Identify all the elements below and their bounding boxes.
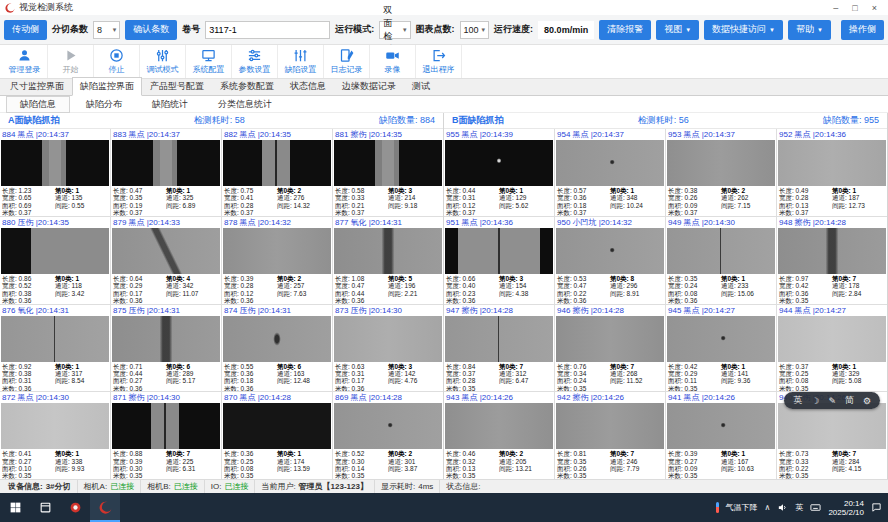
tray-chevron-up-icon[interactable]: ∧ bbox=[765, 503, 771, 512]
defect-cell[interactable]: 878 黑点 |20:14:32长度: 0.39宽度: 0.28面积: 0.12… bbox=[222, 217, 332, 304]
tab-1[interactable]: 尺寸监控界面 bbox=[2, 77, 72, 96]
tab-2[interactable]: 缺陷监控界面 bbox=[72, 77, 142, 96]
ime-settings-gear-icon[interactable]: ⚙ bbox=[863, 396, 871, 406]
toolbar-camera-button[interactable]: 录像 bbox=[370, 45, 416, 78]
defect-cell[interactable]: 879 黑点 |20:14:33长度: 0.64宽度: 0.29面积: 0.17… bbox=[111, 217, 221, 304]
data-access-label: 数据快捷访问 bbox=[712, 23, 766, 36]
defect-cell[interactable]: 881 擦伤 |20:14:35长度: 0.58宽度: 0.33面积: 0.21… bbox=[333, 129, 443, 216]
defect-channel: 通道: 276 bbox=[277, 194, 330, 201]
defect-cell[interactable]: 952 黑点 |20:14:36长度: 0.49宽度: 0.28面积: 0.13… bbox=[777, 129, 887, 216]
help-menu-button[interactable]: 帮助▼ bbox=[788, 20, 831, 40]
action-center-icon[interactable] bbox=[871, 502, 882, 513]
defect-cell[interactable]: 945 黑点 |20:14:27长度: 0.42宽度: 0.29面积: 0.11… bbox=[666, 305, 776, 392]
toolbar-params-button[interactable]: 参数设置 bbox=[232, 45, 278, 78]
toolbar-play-button[interactable]: 开始 bbox=[48, 45, 94, 78]
clear-alarm-button[interactable]: 清除报警 bbox=[599, 20, 651, 40]
maximize-button[interactable]: □ bbox=[852, 3, 857, 13]
defect-meta: 长度: 0.63宽度: 0.31面积: 0.17米数: 0.36第0类: 3通道… bbox=[333, 362, 443, 392]
chart-points-select[interactable]: 100▾ bbox=[460, 21, 490, 39]
defect-cell[interactable]: 880 压伤 |20:14:35长度: 0.86宽度: 0.52面积: 0.38… bbox=[0, 217, 110, 304]
taskbar-app-icon-red[interactable] bbox=[60, 493, 90, 522]
tab-5[interactable]: 状态信息 bbox=[282, 77, 334, 96]
toolbar-log-button[interactable]: 日志记录 bbox=[324, 45, 370, 78]
defect-cell[interactable]: 876 氧化 |20:14:31长度: 0.92宽度: 0.38面积: 0.31… bbox=[0, 305, 110, 392]
defect-panels: A面缺陷抓拍检测耗时: 58缺陷数量: 884884 黑点 |20:14:37长… bbox=[0, 113, 888, 479]
touch-keyboard-icon[interactable] bbox=[810, 502, 821, 513]
io-label: IO: bbox=[211, 482, 222, 491]
close-button[interactable]: × bbox=[872, 3, 877, 13]
view-menu-button[interactable]: 视图▼ bbox=[656, 20, 699, 40]
defect-width: 宽度: 0.42 bbox=[779, 282, 832, 289]
defect-cell[interactable]: 871 擦伤 |20:14:30长度: 0.88宽度: 0.39面积: 0.30… bbox=[111, 392, 221, 479]
drive-side-button[interactable]: 传动侧 bbox=[4, 20, 47, 40]
defect-cell[interactable]: 942 擦伤 |20:14:26长度: 0.81宽度: 0.35面积: 0.26… bbox=[555, 392, 665, 479]
defect-image bbox=[667, 316, 775, 362]
subtab-3[interactable]: 缺陷统计 bbox=[138, 96, 202, 113]
taskbar-clock[interactable]: 20:14 2025/2/10 bbox=[828, 499, 864, 517]
defect-length: 长度: 0.44 bbox=[446, 187, 499, 194]
tab-4[interactable]: 系统参数配置 bbox=[212, 77, 282, 96]
toolbar-stop-button[interactable]: 停止 bbox=[94, 45, 140, 78]
defect-area: 面积: 0.27 bbox=[113, 377, 166, 384]
toolbar-monitor-button[interactable]: 系统配置 bbox=[186, 45, 232, 78]
defect-cell[interactable]: 943 黑点 |20:14:26长度: 0.46宽度: 0.32面积: 0.13… bbox=[444, 392, 554, 479]
confirm-count-button[interactable]: 确认条数 bbox=[125, 20, 177, 40]
weather-text[interactable]: 气温下降 bbox=[726, 502, 758, 513]
ime-lang-button[interactable]: 英 bbox=[793, 394, 802, 407]
defect-meta-left: 长度: 0.41宽度: 0.27面积: 0.10米数: 0.35 bbox=[2, 450, 55, 479]
defect-panel-a: A面缺陷抓拍检测耗时: 58缺陷数量: 884884 黑点 |20:14:37长… bbox=[0, 113, 444, 479]
defect-cell[interactable]: 953 黑点 |20:14:37长度: 0.38宽度: 0.26面积: 0.09… bbox=[666, 129, 776, 216]
defect-cell[interactable]: 877 氧化 |20:14:31长度: 1.08宽度: 0.47面积: 0.44… bbox=[333, 217, 443, 304]
toolbar-exit-button[interactable]: 退出程序 bbox=[416, 45, 462, 78]
defect-width: 宽度: 0.30 bbox=[335, 458, 388, 465]
defect-cell[interactable]: 947 擦伤 |20:14:28长度: 0.84宽度: 0.37面积: 0.28… bbox=[444, 305, 554, 392]
defect-width: 宽度: 0.25 bbox=[779, 370, 832, 377]
toolbar-user-button[interactable]: 管理登录 bbox=[2, 45, 48, 78]
defect-cell[interactable]: 946 擦伤 |20:14:28长度: 0.76宽度: 0.34面积: 0.24… bbox=[555, 305, 665, 392]
defect-gap: 间距: 11.52 bbox=[610, 377, 663, 384]
ime-pen-icon[interactable]: ✎ bbox=[828, 396, 836, 406]
subtab-4[interactable]: 分类信息统计 bbox=[204, 96, 286, 113]
start-button[interactable] bbox=[0, 493, 30, 522]
subtab-2[interactable]: 缺陷分布 bbox=[72, 96, 136, 113]
defect-cell[interactable]: 949 黑点 |20:14:30长度: 0.35宽度: 0.24面积: 0.08… bbox=[666, 217, 776, 304]
task-view-button[interactable] bbox=[30, 493, 60, 522]
defect-cell[interactable]: 944 黑点 |20:14:27长度: 0.37宽度: 0.25面积: 0.08… bbox=[777, 305, 887, 392]
toolbar-debug-button[interactable]: 调试模式 bbox=[140, 45, 186, 78]
ime-moon-icon[interactable]: ☽ bbox=[811, 396, 819, 406]
defect-cell[interactable]: 884 黑点 |20:14:37长度: 1.23宽度: 0.65面积: 0.69… bbox=[0, 129, 110, 216]
defect-cell[interactable]: 948 擦伤 |20:14:28长度: 0.97宽度: 0.42面积: 0.36… bbox=[777, 217, 887, 304]
defect-cell[interactable]: 873 压伤 |20:14:30长度: 0.63宽度: 0.31面积: 0.17… bbox=[333, 305, 443, 392]
tab-6[interactable]: 边缘数据记录 bbox=[334, 77, 404, 96]
defect-cell[interactable]: 872 黑点 |20:14:30长度: 0.41宽度: 0.27面积: 0.10… bbox=[0, 392, 110, 479]
defect-cell[interactable]: 882 黑点 |20:14:35长度: 0.75宽度: 0.41面积: 0.28… bbox=[222, 129, 332, 216]
defect-cell[interactable]: 883 黑点 |20:14:37长度: 0.47宽度: 0.35面积: 0.19… bbox=[111, 129, 221, 216]
defect-cell[interactable]: 955 黑点 |20:14:39长度: 0.44宽度: 0.31面积: 0.12… bbox=[444, 129, 554, 216]
ime-simplified-button[interactable]: 简 bbox=[845, 394, 854, 407]
defect-cell[interactable]: 951 黑点 |20:14:36长度: 0.66宽度: 0.40面积: 0.23… bbox=[444, 217, 554, 304]
toolbar-defects-button[interactable]: 缺陷设置 bbox=[278, 45, 324, 78]
defect-cell[interactable]: 869 黑点 |20:14:28长度: 0.52宽度: 0.30面积: 0.14… bbox=[333, 392, 443, 479]
data-access-menu-button[interactable]: 数据快捷访问▼ bbox=[704, 20, 783, 40]
defect-area: 面积: 0.36 bbox=[779, 290, 832, 297]
defect-cell[interactable]: 950 小凹坑 |20:14:32长度: 0.53宽度: 0.47面积: 0.2… bbox=[555, 217, 665, 304]
tab-3[interactable]: 产品型号配置 bbox=[142, 77, 212, 96]
defect-meta-right: 第0类: 7通道: 225间距: 6.31 bbox=[166, 450, 219, 479]
slit-count-select[interactable]: 8▾ bbox=[93, 21, 120, 39]
roll-number-input[interactable] bbox=[205, 21, 330, 39]
defect-cell[interactable]: 875 压伤 |20:14:31长度: 0.71宽度: 0.44面积: 0.27… bbox=[111, 305, 221, 392]
tab-7[interactable]: 测试 bbox=[404, 77, 438, 96]
taskbar-app-icon-vision[interactable] bbox=[90, 493, 120, 522]
defect-cell[interactable]: 874 压伤 |20:14:31长度: 0.55宽度: 0.36面积: 0.18… bbox=[222, 305, 332, 392]
volume-icon[interactable] bbox=[777, 502, 788, 513]
defect-cell[interactable]: 941 黑点 |20:14:26长度: 0.39宽度: 0.27面积: 0.09… bbox=[666, 392, 776, 479]
defect-meta-right: 第0类: 7通道: 246间距: 7.79 bbox=[610, 450, 663, 479]
subtab-1[interactable]: 缺陷信息 bbox=[6, 96, 70, 113]
defect-cell[interactable]: 870 黑点 |20:14:28长度: 0.36宽度: 0.25面积: 0.08… bbox=[222, 392, 332, 479]
operator-side-button[interactable]: 操作侧 bbox=[841, 20, 884, 40]
defect-meta-left: 长度: 0.63宽度: 0.31面积: 0.17米数: 0.36 bbox=[335, 363, 388, 392]
defect-cell[interactable]: 954 黑点 |20:14:37长度: 0.57宽度: 0.36面积: 0.18… bbox=[555, 129, 665, 216]
minimize-button[interactable]: – bbox=[833, 3, 838, 13]
tray-language-indicator[interactable]: 英 bbox=[795, 502, 803, 513]
run-mode-select[interactable]: 双面检测▾ bbox=[379, 21, 410, 39]
